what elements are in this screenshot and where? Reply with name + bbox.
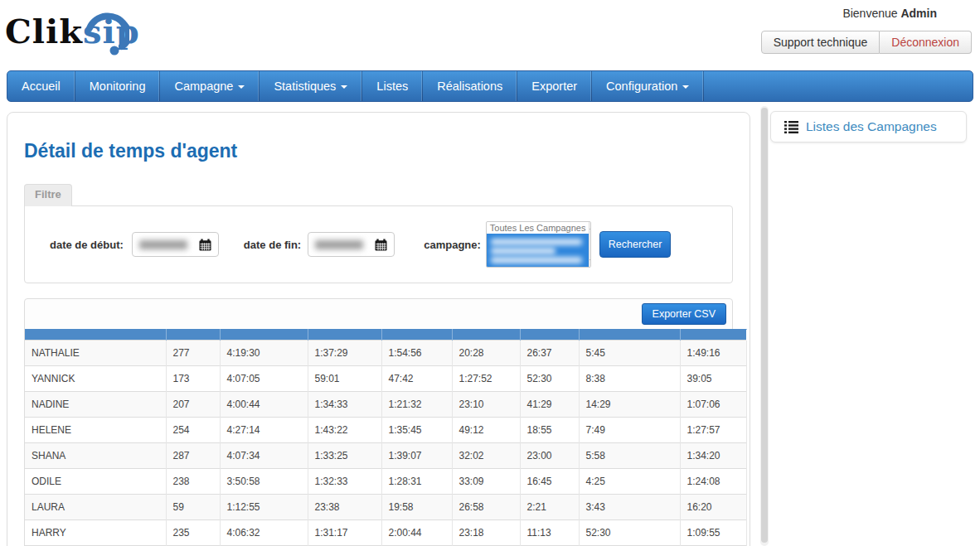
date-start-input[interactable] (132, 232, 219, 257)
table-body: NATHALIE 277 4:19:30 1:37:29 1:54:56 20:… (25, 341, 746, 546)
campaign-label: campagne: (424, 239, 481, 251)
support-button[interactable]: Support technique (761, 31, 881, 54)
cell-talking: 2:00:44 (381, 520, 452, 546)
cell-waiting: 1:34:33 (308, 392, 381, 418)
main-content-card: Détail de temps d'agent Filtre date de d… (7, 112, 750, 546)
cell-qualif: 33:09 (452, 469, 520, 495)
list-icon (784, 121, 798, 133)
nav-item[interactable]: Monitoring (75, 71, 161, 101)
cell-logon-duration: 4:07:34 (220, 443, 308, 469)
agent-time-table: NATHALIE 277 4:19:30 1:37:29 1:54:56 20:… (25, 329, 747, 546)
cell-waiting: 1:37:29 (308, 341, 381, 366)
cell-cut-call: 5:45 (579, 341, 680, 366)
table-row: YANNICK 173 4:07:05 59:01 47:42 1:27:52 … (25, 366, 746, 392)
cell-qualif: 23:18 (452, 520, 520, 546)
scroll-up-icon[interactable] (589, 225, 590, 230)
table-row: ODILE 238 3:50:58 1:32:33 1:28:31 33:09 … (25, 469, 746, 495)
cell-cut-call: 3:43 (579, 495, 680, 520)
listbox-scrollbar[interactable] (589, 222, 590, 267)
column-header[interactable] (166, 330, 220, 341)
campaign-selected-options[interactable] (487, 234, 589, 267)
cell-talking: 1:39:07 (381, 443, 452, 469)
cell-waiting: 1:43:22 (308, 418, 381, 443)
calendar-icon[interactable] (199, 239, 211, 251)
nav-item[interactable]: Accueil (7, 71, 75, 101)
column-header (520, 330, 579, 341)
date-start-label: date de début: (50, 239, 124, 251)
redacted-date-value (315, 240, 363, 249)
table-toolbar: Exporter CSV (25, 299, 732, 329)
cell-others: 1:09:55 (680, 520, 746, 546)
table-header-row (25, 330, 746, 341)
cell-qualif: 20:28 (452, 341, 520, 366)
calendar-icon[interactable] (375, 239, 387, 251)
date-end-input[interactable] (308, 232, 395, 257)
cell-waiting: 59:01 (308, 366, 381, 392)
nav-item-label: Statistiques (274, 80, 336, 93)
cell-talking: 47:42 (381, 366, 452, 392)
cell-qualif: 26:58 (452, 495, 520, 520)
cell-calls: 235 (166, 520, 220, 546)
table-row: NATHALIE 277 4:19:30 1:37:29 1:54:56 20:… (25, 341, 746, 366)
redacted-value (491, 257, 583, 263)
nav-item[interactable]: Exporter (517, 71, 592, 101)
vertical-scrollbar[interactable] (760, 106, 769, 546)
scroll-down-icon[interactable] (589, 259, 590, 263)
nav-item-label: Exporter (531, 80, 577, 93)
cell-calls: 207 (166, 392, 220, 418)
top-header: Cliksip Bienvenue Admin Support techniqu… (0, 0, 980, 68)
table-row: HELENE 254 4:27:14 1:43:22 1:35:45 49:12… (25, 418, 746, 443)
nav-item-label: Configuration (606, 80, 677, 93)
redacted-value (491, 248, 556, 254)
nav-item[interactable]: Listes (362, 71, 423, 101)
chevron-down-icon (238, 85, 245, 89)
campaigns-list-link[interactable]: Listes des Campagnes (806, 119, 937, 134)
cell-pause: 2:21 (520, 495, 579, 520)
sidebar-campaigns-card[interactable]: Listes des Campagnes (770, 111, 967, 143)
column-header (381, 330, 452, 341)
search-button[interactable]: Rechercher (599, 231, 672, 258)
cell-others: 1:07:06 (680, 392, 746, 418)
cell-pause: 52:30 (520, 366, 579, 392)
nav-item-label: Monitoring (90, 80, 146, 93)
nav-item[interactable]: Statistiques (260, 71, 362, 101)
cell-pause: 26:37 (520, 341, 579, 366)
cell-agent-name: HELENE (25, 418, 166, 443)
cell-agent-name: HARRY (25, 520, 166, 546)
nav-item-label: Listes (376, 80, 408, 93)
cliksip-logo: Cliksip (5, 12, 140, 51)
nav-item[interactable]: Campagne (160, 71, 260, 101)
nav-item[interactable]: Configuration (592, 71, 704, 101)
cell-qualif: 23:10 (452, 392, 520, 418)
cell-others: 16:20 (680, 495, 746, 520)
cell-calls: 277 (166, 341, 220, 366)
cell-waiting: 1:31:17 (308, 520, 381, 546)
filter-legend: Filtre (24, 184, 72, 206)
cell-qualif: 49:12 (452, 418, 520, 443)
campaign-option-all[interactable]: Toutes Les Campagnes (487, 222, 589, 234)
table-row: SHANA 287 4:07:34 1:33:25 1:39:07 32:02 … (25, 443, 746, 469)
filter-section: Filtre date de début: date de fin: (24, 205, 733, 283)
cell-agent-name: ODILE (25, 469, 166, 495)
column-header[interactable] (25, 330, 166, 341)
cell-calls: 238 (166, 469, 220, 495)
cell-logon-duration: 4:27:14 (220, 418, 308, 443)
cell-others: 1:27:57 (680, 418, 746, 443)
chevron-down-icon (341, 85, 347, 89)
cell-talking: 1:28:31 (381, 469, 452, 495)
column-header[interactable] (220, 330, 308, 341)
nav-item[interactable]: Réalisations (423, 71, 517, 101)
campaign-select[interactable]: Toutes Les Campagnes (486, 221, 591, 268)
cell-talking: 19:58 (381, 495, 452, 520)
cell-pause: 41:29 (520, 392, 579, 418)
nav-item-label: Accueil (22, 80, 61, 93)
cell-talking: 1:35:45 (381, 418, 452, 443)
cell-cut-call: 5:58 (579, 443, 680, 469)
export-csv-button[interactable]: Exporter CSV (642, 303, 726, 325)
cell-agent-name: SHANA (25, 443, 166, 469)
cell-pause: 18:55 (520, 418, 579, 443)
headset-icon (86, 3, 129, 56)
scrollbar-thumb[interactable] (761, 108, 768, 543)
logout-button[interactable]: Déconnexion (880, 31, 972, 54)
cell-cut-call: 14:29 (579, 392, 680, 418)
